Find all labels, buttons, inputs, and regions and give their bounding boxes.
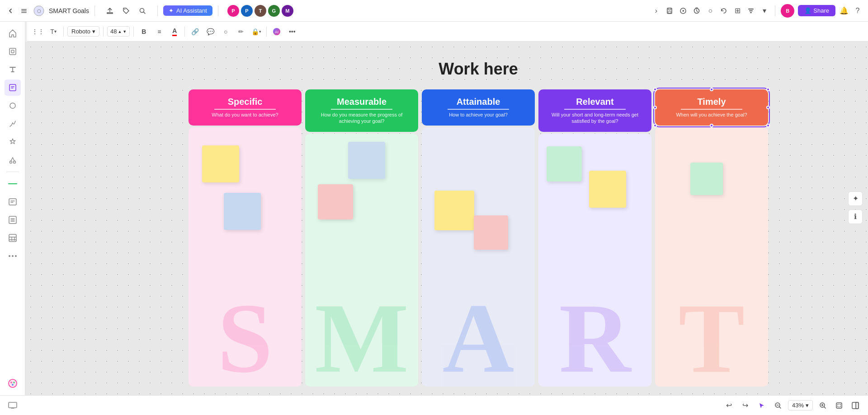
select-handle-br[interactable] bbox=[766, 124, 770, 127]
sidebar-item-palette[interactable] bbox=[5, 375, 21, 392]
column-title-attainable: Attainable bbox=[457, 97, 500, 107]
sidebar-item-pen[interactable] bbox=[5, 116, 21, 132]
column-title-specific: Specific bbox=[228, 97, 263, 107]
sidebar-item-text2[interactable] bbox=[5, 194, 21, 210]
zoom-in-button[interactable] bbox=[816, 399, 829, 412]
share-button[interactable]: 👤 Share bbox=[798, 5, 835, 16]
cursor-tool-button[interactable] bbox=[755, 399, 768, 412]
column-body-specific[interactable]: S bbox=[189, 127, 302, 387]
sidebar-item-divider[interactable] bbox=[5, 176, 21, 192]
arrow-right-button[interactable]: › bbox=[651, 6, 661, 16]
present-view-button[interactable] bbox=[6, 399, 19, 412]
more-format-button[interactable]: ••• bbox=[286, 25, 298, 38]
zoom-level-display[interactable]: 43% ▾ bbox=[788, 400, 813, 410]
search-button[interactable] bbox=[137, 6, 147, 16]
column-body-attainable[interactable]: A bbox=[422, 127, 535, 387]
column-header-timely[interactable]: Timely When will you achieve the goal? bbox=[655, 89, 768, 126]
select-handle-tr[interactable] bbox=[766, 88, 770, 91]
filter-button[interactable] bbox=[746, 6, 756, 16]
sticky-note[interactable] bbox=[318, 184, 353, 219]
sticky-note[interactable] bbox=[474, 215, 508, 250]
redo-button[interactable]: ↪ bbox=[739, 399, 752, 412]
timer-button[interactable] bbox=[692, 6, 702, 16]
ai-format-button[interactable]: AI bbox=[270, 25, 283, 38]
svg-point-33 bbox=[12, 384, 14, 386]
select-handle-bm[interactable] bbox=[710, 124, 713, 127]
circle-button[interactable]: ○ bbox=[219, 25, 232, 38]
zoom-out-button[interactable] bbox=[772, 399, 784, 412]
column-body-relevant[interactable]: R bbox=[538, 134, 651, 387]
sidebar-item-cut[interactable] bbox=[5, 152, 21, 168]
dropdown-button[interactable]: ▾ bbox=[760, 6, 769, 16]
text-color-button[interactable]: A bbox=[168, 25, 181, 38]
svg-rect-24 bbox=[9, 199, 16, 205]
sidebar-item-more[interactable] bbox=[5, 248, 21, 264]
play-button[interactable] bbox=[678, 6, 688, 16]
sticky-note[interactable] bbox=[224, 193, 261, 230]
select-handle-mr[interactable] bbox=[766, 106, 770, 109]
svg-point-31 bbox=[10, 382, 12, 383]
header-underline bbox=[564, 109, 626, 110]
grid-button[interactable]: ⊞ bbox=[732, 6, 742, 16]
comment-button[interactable]: ○ bbox=[705, 6, 715, 16]
bubble-button[interactable]: 💬 bbox=[204, 25, 217, 38]
tag-button[interactable] bbox=[121, 6, 131, 16]
color-text-label: A bbox=[172, 27, 177, 36]
sidebar-item-text[interactable] bbox=[5, 61, 21, 78]
sidebar-item-sticky[interactable] bbox=[5, 79, 21, 96]
help-button[interactable]: ? bbox=[853, 6, 863, 16]
svg-rect-35 bbox=[9, 402, 17, 408]
right-toolbar: ✦ ℹ bbox=[848, 191, 863, 224]
bottom-bar: ↩ ↪ 43% ▾ bbox=[0, 395, 868, 415]
sticky-note[interactable] bbox=[202, 145, 239, 182]
sidebar-item-home[interactable] bbox=[5, 25, 21, 42]
lock-dropdown-button[interactable]: 🔒▾ bbox=[250, 25, 263, 38]
link-button[interactable]: 🔗 bbox=[189, 25, 201, 38]
column-header-measurable[interactable]: Measurable How do you measure the progre… bbox=[305, 89, 418, 132]
svg-rect-17 bbox=[9, 48, 16, 55]
notification-button[interactable]: 🔔 bbox=[839, 6, 849, 16]
fit-view-button[interactable] bbox=[833, 399, 845, 412]
sidebar-item-frame[interactable] bbox=[5, 43, 21, 60]
sidebar-item-table[interactable] bbox=[5, 230, 21, 246]
sidebar-item-shapes[interactable] bbox=[5, 98, 21, 114]
sidebar-item-effects[interactable] bbox=[5, 134, 21, 150]
sticky-note[interactable] bbox=[434, 191, 474, 230]
user-avatar[interactable]: B bbox=[781, 4, 794, 18]
back-button[interactable] bbox=[5, 6, 15, 16]
font-family-select[interactable]: Roboto ▾ bbox=[67, 26, 99, 37]
column-body-measurable[interactable]: M bbox=[305, 134, 418, 387]
column-header-relevant[interactable]: Relevant Will your short and long-term n… bbox=[538, 89, 651, 132]
menu-button[interactable] bbox=[19, 6, 29, 16]
font-size-input[interactable]: 48 ▲ ▼ bbox=[107, 26, 130, 37]
big-letter-m: M bbox=[315, 281, 409, 387]
sticky-note[interactable] bbox=[348, 142, 385, 179]
sticky-note[interactable] bbox=[690, 163, 723, 195]
sticky-note[interactable] bbox=[547, 146, 582, 182]
bold-button[interactable]: B bbox=[137, 25, 150, 38]
panel-button[interactable] bbox=[849, 399, 862, 412]
sidebar-item-list[interactable] bbox=[5, 212, 21, 228]
align-button[interactable]: ≡ bbox=[153, 25, 165, 38]
brush-button[interactable]: ✏ bbox=[235, 25, 247, 38]
right-tool-magic[interactable]: ✦ bbox=[848, 191, 863, 206]
select-handle-tl[interactable] bbox=[653, 88, 657, 91]
column-header-specific[interactable]: Specific What do you want to achieve? bbox=[189, 89, 302, 126]
export-button[interactable] bbox=[105, 6, 115, 16]
big-letter-r: R bbox=[559, 281, 631, 387]
sticky-note[interactable] bbox=[589, 171, 626, 208]
save-button[interactable] bbox=[665, 6, 675, 16]
select-handle-bl[interactable] bbox=[653, 124, 657, 127]
text-type-button[interactable]: T ▾ bbox=[47, 25, 60, 38]
canvas-area[interactable]: Work here Specific What do you want to a… bbox=[25, 42, 868, 415]
column-body-timely[interactable]: T bbox=[655, 127, 768, 387]
ai-assistant-button[interactable]: ✦ AI Assistant bbox=[163, 5, 212, 16]
column-subtitle-specific: What do you want to achieve? bbox=[212, 112, 278, 118]
history-button[interactable] bbox=[719, 6, 729, 16]
column-attainable: Attainable How to achieve your goal? A bbox=[422, 89, 535, 387]
select-handle-tm[interactable] bbox=[710, 88, 713, 91]
select-handle-ml[interactable] bbox=[653, 106, 657, 109]
undo-button[interactable]: ↩ bbox=[723, 399, 736, 412]
column-header-attainable[interactable]: Attainable How to achieve your goal? bbox=[422, 89, 535, 126]
right-tool-info[interactable]: ℹ bbox=[848, 210, 863, 224]
